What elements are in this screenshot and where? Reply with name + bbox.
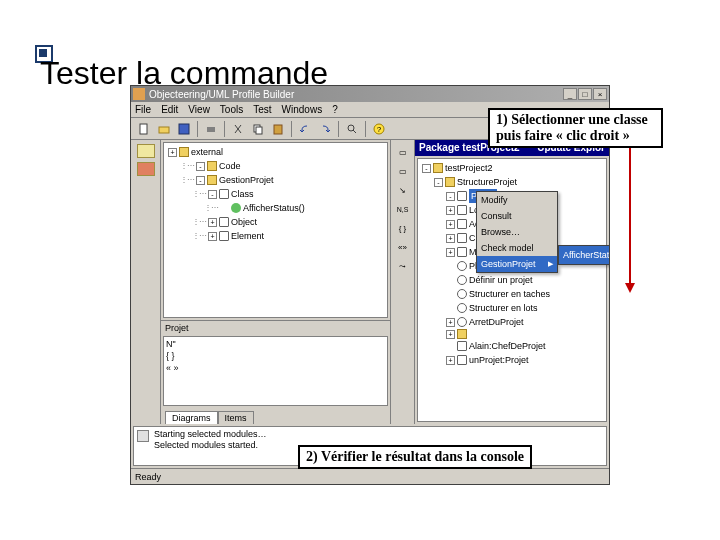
ctx-check-model[interactable]: Check model (477, 240, 557, 256)
expand-icon[interactable]: + (208, 232, 217, 241)
menu-file[interactable]: File (135, 104, 151, 115)
toolbar-cut-button[interactable] (229, 120, 247, 138)
tree-label[interactable]: Structurer en lots (469, 301, 538, 315)
middle-column: +external ⋮⋯-Code ⋮⋯-GestionProjet ⋮⋯-Cl… (161, 140, 391, 424)
ctx-browse[interactable]: Browse… (477, 224, 557, 240)
class-icon (457, 205, 467, 215)
toolbar-find-button[interactable] (343, 120, 361, 138)
prop-item[interactable]: « » (166, 363, 179, 373)
folder-icon (207, 175, 217, 185)
class-icon (457, 233, 467, 243)
expand-icon[interactable]: - (196, 162, 205, 171)
tree-label[interactable]: Structurer en taches (469, 287, 550, 301)
tree-label[interactable]: external (191, 145, 223, 159)
expand-icon[interactable]: - (196, 176, 205, 185)
class-icon (457, 219, 467, 229)
tool-rect-icon[interactable]: ▭ (394, 144, 412, 160)
package-tree[interactable]: +external ⋮⋯-Code ⋮⋯-GestionProjet ⋮⋯-Cl… (163, 142, 388, 318)
close-button[interactable]: × (593, 88, 607, 100)
tabs: Diagrams Items (161, 408, 390, 424)
ctx-modify[interactable]: Modify (477, 192, 557, 208)
tool-ns-icon[interactable]: N,S (394, 201, 412, 217)
tree-label[interactable]: Alain:ChefDeProjet (469, 339, 546, 353)
submenu: AfficherStatus (558, 245, 609, 265)
maximize-button[interactable]: □ (578, 88, 592, 100)
explorer-tree[interactable]: -testProject2 -StructureProjet -Projet +… (417, 158, 607, 422)
menu-view[interactable]: View (188, 104, 210, 115)
sidebar-icon-2[interactable] (137, 162, 155, 176)
expand-icon[interactable]: + (446, 234, 455, 243)
toolbar-new-button[interactable] (135, 120, 153, 138)
expand-icon[interactable]: + (208, 218, 217, 227)
tree-label[interactable]: Définir un projet (469, 273, 533, 287)
tree-label[interactable]: testProject2 (445, 161, 493, 175)
menu-help[interactable]: ? (332, 104, 338, 115)
tool-arrow-icon[interactable]: ↘ (394, 182, 412, 198)
ctx-consult[interactable]: Consult (477, 208, 557, 224)
toolbar-help-button[interactable]: ? (370, 120, 388, 138)
expand-icon[interactable]: - (446, 192, 455, 201)
projet-label: Projet (161, 320, 390, 334)
expand-icon[interactable]: + (446, 330, 455, 339)
callout-step-2: 2) Vérifier le résultat dans la console (298, 445, 532, 469)
tool-palette: ▭ ▭ ↘ N,S { } «» ⤳ (391, 140, 415, 424)
menu-tools[interactable]: Tools (220, 104, 243, 115)
tree-label[interactable]: ArretDuProjet (469, 315, 524, 329)
sidebar-icon-1[interactable] (137, 144, 155, 158)
usecase-icon (457, 317, 467, 327)
tree-label[interactable]: AfficherStatus() (243, 201, 305, 215)
prop-item[interactable]: N" (166, 339, 176, 349)
class-icon (219, 217, 229, 227)
expand-icon[interactable]: + (446, 318, 455, 327)
toolbar-save-button[interactable] (175, 120, 193, 138)
toolbar-paste-button[interactable] (269, 120, 287, 138)
folder-icon (179, 147, 189, 157)
expand-icon[interactable]: + (168, 148, 177, 157)
method-icon (231, 203, 241, 213)
tree-label[interactable]: GestionProjet (219, 173, 274, 187)
expand-icon[interactable]: - (422, 164, 431, 173)
prop-item[interactable]: { } (166, 351, 175, 361)
svg-rect-0 (140, 124, 147, 134)
tab-diagrams[interactable]: Diagrams (165, 411, 218, 424)
console-icon (137, 430, 149, 442)
expand-icon[interactable]: - (434, 178, 443, 187)
expand-icon[interactable]: - (208, 190, 217, 199)
tree-label[interactable]: Object (231, 215, 257, 229)
toolbar-open-button[interactable] (155, 120, 173, 138)
toolbar-undo-button[interactable] (296, 120, 314, 138)
svg-text:?: ? (377, 125, 382, 134)
expand-icon[interactable]: + (446, 206, 455, 215)
tree-label[interactable]: Element (231, 229, 264, 243)
menu-edit[interactable]: Edit (161, 104, 178, 115)
tool-package-icon[interactable]: ▭ (394, 163, 412, 179)
console-line: Starting selected modules… (154, 429, 604, 440)
ctx-gestion-projet[interactable]: GestionProjet▶ (477, 256, 557, 272)
expand-icon[interactable]: + (446, 220, 455, 229)
menu-windows[interactable]: Windows (282, 104, 323, 115)
tree-label[interactable]: Code (219, 159, 241, 173)
tab-items[interactable]: Items (218, 411, 254, 424)
tool-link-icon[interactable]: ⤳ (394, 258, 412, 274)
expand-icon[interactable]: + (446, 248, 455, 257)
submenu-afficher-status[interactable]: AfficherStatus (559, 246, 609, 264)
toolbar-copy-button[interactable] (249, 120, 267, 138)
left-sidebar (131, 140, 161, 424)
menu-test[interactable]: Test (253, 104, 271, 115)
usecase-icon (457, 275, 467, 285)
svg-rect-1 (159, 127, 169, 133)
toolbar-print-button[interactable] (202, 120, 220, 138)
tree-label[interactable]: unProjet:Projet (469, 353, 529, 367)
tree-label[interactable]: StructureProjet (457, 175, 517, 189)
toolbar-separator (338, 121, 339, 137)
usecase-icon (457, 261, 467, 271)
tool-braces-icon[interactable]: { } (394, 220, 412, 236)
right-column: Package testProject2 Update Explor -test… (415, 140, 609, 424)
toolbar-redo-button[interactable] (316, 120, 334, 138)
expand-icon[interactable]: + (446, 356, 455, 365)
tool-guillemets-icon[interactable]: «» (394, 239, 412, 255)
arrow-1 (620, 145, 640, 295)
tree-label[interactable]: Class (231, 187, 254, 201)
minimize-button[interactable]: _ (563, 88, 577, 100)
folder-icon (207, 161, 217, 171)
